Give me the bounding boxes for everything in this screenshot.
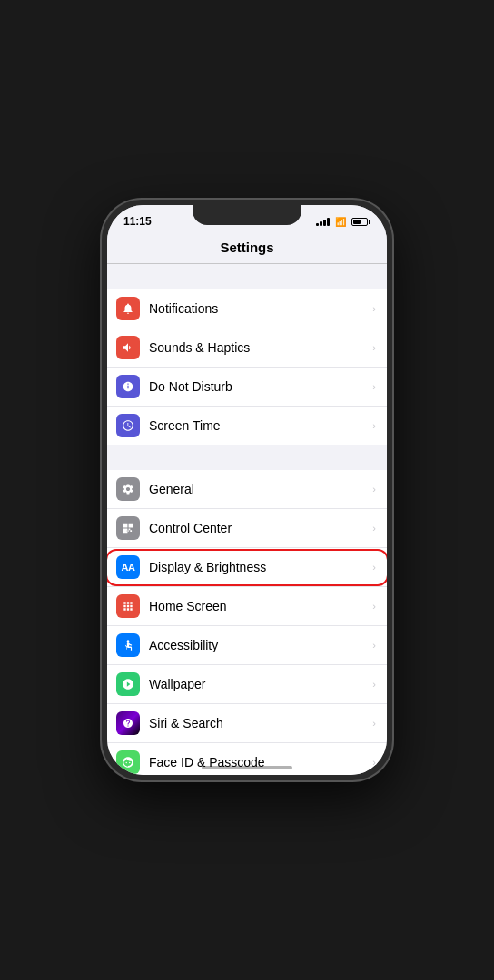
controlcenter-icon bbox=[116, 516, 140, 540]
screentime-chevron: › bbox=[372, 420, 376, 431]
settings-row-controlcenter[interactable]: Control Center › bbox=[107, 509, 387, 548]
svg-point-0 bbox=[127, 640, 129, 642]
status-time: 11:15 bbox=[124, 215, 152, 228]
general-chevron: › bbox=[372, 484, 376, 495]
settings-list[interactable]: Notifications › Sounds & Haptics › bbox=[107, 264, 387, 775]
battery-status-icon bbox=[351, 218, 370, 226]
notifications-chevron: › bbox=[372, 303, 376, 314]
homescreen-chevron: › bbox=[372, 601, 376, 612]
donotdisturb-chevron: › bbox=[372, 381, 376, 392]
wallpaper-icon bbox=[116, 672, 140, 696]
displaybrightness-chevron: › bbox=[372, 562, 376, 573]
settings-row-donotdisturb[interactable]: Do Not Disturb › bbox=[107, 368, 387, 407]
controlcenter-chevron: › bbox=[372, 523, 376, 534]
donotdisturb-label: Do Not Disturb bbox=[149, 379, 369, 394]
settings-row-sounds[interactable]: Sounds & Haptics › bbox=[107, 328, 387, 368]
settings-row-displaybrightness[interactable]: AA Display & Brightness › bbox=[107, 548, 387, 587]
settings-row-screentime[interactable]: Screen Time › bbox=[107, 407, 387, 445]
faceid-chevron: › bbox=[372, 757, 376, 768]
accessibility-label: Accessibility bbox=[149, 638, 369, 652]
group-spacer-2 bbox=[107, 445, 387, 470]
sounds-icon bbox=[116, 336, 140, 359]
status-icons: 📶 bbox=[316, 217, 370, 227]
settings-row-accessibility[interactable]: Accessibility › bbox=[107, 626, 387, 665]
siri-label: Siri & Search bbox=[149, 716, 369, 730]
displaybrightness-label: Display & Brightness bbox=[149, 560, 369, 574]
notifications-label: Notifications bbox=[149, 301, 369, 316]
settings-row-siri[interactable]: Siri & Search › bbox=[107, 704, 387, 743]
nav-title: Settings bbox=[220, 240, 273, 255]
faceid-icon bbox=[116, 750, 140, 774]
settings-row-homescreen[interactable]: Home Screen › bbox=[107, 587, 387, 626]
notch bbox=[193, 205, 301, 225]
accessibility-chevron: › bbox=[372, 640, 376, 651]
general-icon bbox=[116, 477, 140, 501]
settings-row-wallpaper[interactable]: Wallpaper › bbox=[107, 665, 387, 704]
homescreen-icon bbox=[116, 594, 140, 618]
controlcenter-label: Control Center bbox=[149, 521, 369, 535]
settings-section-group1: Notifications › Sounds & Haptics › bbox=[107, 289, 387, 445]
group-spacer-top bbox=[107, 264, 387, 289]
phone-frame: 11:15 📶 Setti bbox=[102, 200, 392, 780]
wallpaper-label: Wallpaper bbox=[149, 677, 369, 691]
screentime-label: Screen Time bbox=[149, 418, 369, 433]
settings-row-notifications[interactable]: Notifications › bbox=[107, 289, 387, 328]
screen-content: Settings Notifications › bbox=[107, 234, 387, 775]
donotdisturb-icon bbox=[116, 375, 140, 398]
accessibility-icon bbox=[116, 633, 140, 657]
wifi-icon: 📶 bbox=[335, 217, 346, 227]
displaybrightness-wrapper: AA Display & Brightness › bbox=[107, 548, 387, 587]
home-indicator[interactable] bbox=[202, 766, 292, 769]
sounds-chevron: › bbox=[372, 342, 376, 353]
phone-screen: 11:15 📶 Setti bbox=[107, 205, 387, 775]
sounds-label: Sounds & Haptics bbox=[149, 340, 369, 355]
notifications-icon bbox=[116, 297, 140, 320]
siri-chevron: › bbox=[372, 718, 376, 729]
siri-icon bbox=[116, 711, 140, 735]
screentime-icon bbox=[116, 414, 140, 437]
homescreen-label: Home Screen bbox=[149, 599, 369, 613]
nav-bar: Settings bbox=[107, 234, 387, 264]
displaybrightness-icon: AA bbox=[116, 555, 140, 579]
signal-icon bbox=[316, 217, 330, 226]
settings-section-group2: General › Control Center › bbox=[107, 470, 387, 775]
settings-row-faceid[interactable]: Face ID & Passcode › bbox=[107, 743, 387, 775]
settings-row-general[interactable]: General › bbox=[107, 470, 387, 509]
wallpaper-chevron: › bbox=[372, 679, 376, 690]
general-label: General bbox=[149, 482, 369, 496]
